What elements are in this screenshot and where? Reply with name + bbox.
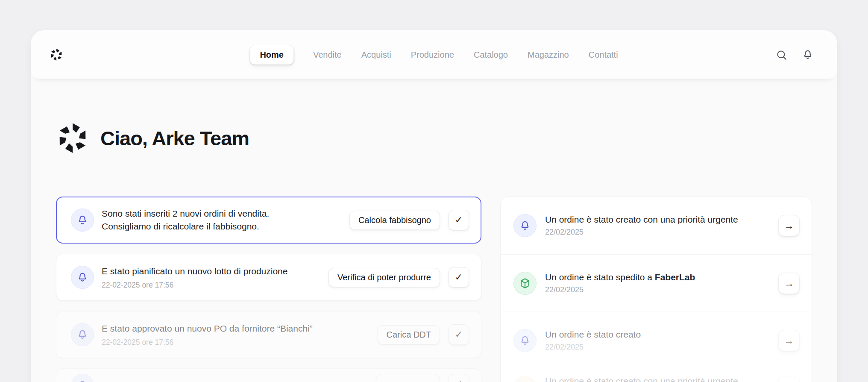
open-order-button[interactable]: →: [778, 330, 800, 351]
notification-title: Sono stati inseriti 2 nuovi ordini di ve…: [102, 207, 269, 233]
open-order-button[interactable]: →: [778, 273, 800, 294]
nav-item-vendite[interactable]: Vendite: [313, 50, 342, 60]
action-button[interactable]: [376, 375, 440, 382]
notification-text: E stato approvato un nuovo PO da fornito…: [102, 322, 313, 347]
notification-timestamp: 22-02-2025 ore 17:56: [102, 281, 287, 290]
top-navigation-bar: Home Vendite Acquisti Produzione Catalog…: [31, 31, 837, 79]
bell-icon: [513, 329, 537, 352]
nav-item-magazzino[interactable]: Magazzino: [528, 50, 569, 60]
order-event-text: Un ordine è stato creato con una priorit…: [545, 376, 738, 382]
notification-card-po-approved: E stato approvato un nuovo PO da fornito…: [56, 311, 481, 358]
notification-title: E stato approvato un nuovo PO da fornito…: [102, 322, 313, 335]
verifica-produzione-button[interactable]: Verifica di poter produrre: [328, 268, 440, 287]
greeting-header: Ciao, Arke Team: [56, 122, 812, 154]
notification-text: Sono stati inseriti 2 nuovi ordini di ve…: [102, 207, 269, 233]
check-icon: ✓: [455, 379, 463, 382]
order-event-title: Un ordine è stato creato con una priorit…: [545, 215, 738, 225]
check-icon: ✓: [455, 273, 463, 282]
order-event-partial: Un ordine è stato creato con una priorit…: [501, 369, 812, 382]
carica-ddt-button[interactable]: Carica DDT: [378, 325, 440, 344]
check-icon: ✓: [455, 215, 463, 225]
tasks-notification-list: Sono stati inseriti 2 nuovi ordini di ve…: [56, 197, 481, 382]
main-nav: Home Vendite Acquisti Produzione Catalog…: [250, 45, 618, 65]
calcola-fabbisogno-button[interactable]: Calcola fabbisogno: [349, 211, 440, 230]
mark-done-button[interactable]: ✓: [449, 267, 469, 288]
bell-icon: [71, 374, 94, 382]
order-event-created: Un ordine è stato creato 22/02/2025 →: [501, 311, 812, 369]
notification-card-new-sales-orders: Sono stati inseriti 2 nuovi ordini di ve…: [56, 197, 481, 244]
nav-item-produzione[interactable]: Produzione: [411, 50, 454, 60]
order-event-urgent-priority: Un ordine è stato creato con una priorit…: [501, 197, 812, 254]
order-event-shipped: Un ordine è stato spedito a FaberLab 22/…: [501, 254, 812, 311]
notification-title: E stato pianificato un nuovo lotto di pr…: [102, 265, 287, 278]
bell-icon: [71, 323, 94, 346]
arke-logo-large-icon: [57, 122, 88, 154]
notification-card-production-lot: E stato pianificato un nuovo lotto di pr…: [56, 254, 481, 301]
arke-logo-icon: [50, 48, 63, 61]
order-event-title: Un ordine è stato creato con una priorit…: [545, 376, 738, 382]
mark-done-button[interactable]: ✓: [449, 374, 469, 382]
search-button[interactable]: [774, 47, 789, 62]
notification-timestamp: 22-02-2025 ore 17:56: [102, 338, 313, 347]
nav-item-catalogo[interactable]: Catalogo: [474, 50, 508, 60]
bell-icon: [513, 214, 537, 237]
nav-item-contatti[interactable]: Contatti: [589, 50, 618, 60]
notification-text: E stato pianificato un nuovo lotto di pr…: [102, 265, 287, 290]
order-event-text: Un ordine è stato creato 22/02/2025: [545, 329, 641, 352]
bell-icon: [802, 49, 814, 61]
dashboard-content: Ciao, Arke Team Sono stati inseriti 2 nu…: [31, 79, 837, 382]
order-event-text: Un ordine è stato creato con una priorit…: [545, 215, 738, 237]
notification-card-partial: ✓: [56, 368, 481, 382]
page-title: Ciao, Arke Team: [100, 126, 249, 150]
arrow-right-icon: →: [784, 220, 794, 232]
orders-notification-list: Un ordine è stato creato con una priorit…: [500, 197, 812, 382]
notification-actions: Carica DDT ✓: [378, 324, 469, 345]
order-event-title: Un ordine è stato spedito a FaberLab: [545, 272, 695, 282]
topbar-actions: [774, 47, 815, 62]
mark-done-button[interactable]: ✓: [449, 210, 469, 230]
search-icon: [776, 49, 787, 61]
order-event-date: 22/02/2025: [545, 343, 641, 352]
bell-icon: [71, 209, 94, 232]
check-icon: ✓: [455, 330, 463, 339]
order-event-text: Un ordine è stato spedito a FaberLab 22/…: [545, 272, 695, 294]
order-event-title: Un ordine è stato creato: [545, 329, 641, 340]
nav-item-home[interactable]: Home: [250, 45, 293, 65]
package-icon: [513, 272, 537, 295]
open-order-button[interactable]: →: [778, 376, 800, 382]
app-window: Home Vendite Acquisti Produzione Catalog…: [31, 31, 837, 382]
notification-actions: ✓: [376, 374, 469, 382]
notification-columns: Sono stati inseriti 2 nuovi ordini di ve…: [56, 197, 812, 382]
nav-item-acquisti[interactable]: Acquisti: [361, 50, 391, 60]
arrow-right-icon: →: [784, 277, 794, 289]
order-event-date: 22/02/2025: [545, 285, 695, 294]
notification-actions: Calcola fabbisogno ✓: [349, 210, 469, 230]
arrow-right-icon: →: [784, 335, 794, 347]
notification-actions: Verifica di poter produrre ✓: [328, 267, 469, 288]
bell-icon: [71, 266, 94, 289]
order-event-date: 22/02/2025: [545, 228, 738, 237]
notifications-button[interactable]: [800, 47, 815, 62]
mark-done-button[interactable]: ✓: [449, 324, 469, 345]
open-order-button[interactable]: →: [778, 215, 800, 236]
bell-icon: [513, 376, 537, 382]
